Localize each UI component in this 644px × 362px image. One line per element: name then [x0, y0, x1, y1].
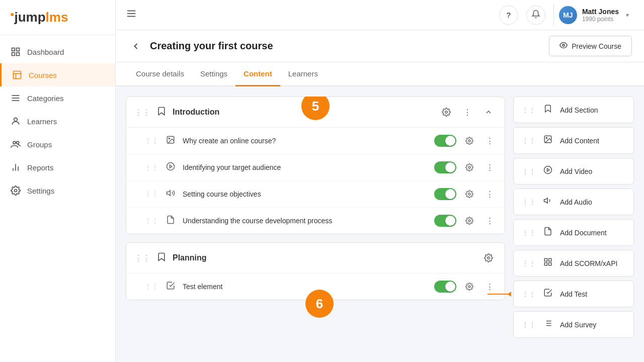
- section-planning-drag[interactable]: ⋮⋮: [134, 253, 150, 263]
- add-scorm-drag-icon: ⋮⋮: [522, 259, 536, 267]
- item-1-image-icon: [165, 135, 177, 146]
- svg-marker-37: [544, 198, 548, 204]
- add-section-drag-icon: ⋮⋮: [522, 106, 536, 114]
- item-3-more[interactable]: ⋮: [482, 187, 497, 201]
- dashboard-icon: [10, 46, 21, 57]
- add-document-file-icon: [542, 227, 554, 238]
- item-3-drag[interactable]: ⋮⋮: [144, 190, 158, 198]
- add-section-bookmark-icon: [542, 104, 554, 116]
- add-scorm-button[interactable]: ⋮⋮ Add SCORM/xAPI: [513, 250, 634, 277]
- section-introduction-more[interactable]: ⋮: [459, 104, 475, 120]
- item-5-test-icon: [165, 281, 177, 292]
- section-introduction-gear[interactable]: [438, 104, 454, 120]
- svg-rect-0: [12, 48, 15, 51]
- item-3-toggle[interactable]: [434, 188, 456, 200]
- item-2-drag[interactable]: ⋮⋮: [144, 163, 158, 171]
- add-section-label: Add Section: [560, 106, 598, 114]
- content-item-2: ⋮⋮ Identifying your target audience ⋮: [126, 154, 505, 181]
- sidebar-item-categories[interactable]: Categories: [0, 86, 115, 110]
- add-survey-drag-icon: ⋮⋮: [522, 321, 536, 329]
- item-2-more[interactable]: ⋮: [482, 160, 497, 174]
- help-button[interactable]: ?: [499, 6, 518, 25]
- reports-icon: [10, 162, 21, 173]
- add-test-button[interactable]: ⋮⋮ Add Test: [513, 281, 634, 307]
- add-content-button[interactable]: ⋮⋮ Add Content: [513, 127, 634, 154]
- item-4-title: Understanding the course development pro…: [183, 217, 428, 225]
- item-3-audio-icon: [165, 189, 177, 200]
- item-2-gear[interactable]: [462, 160, 476, 174]
- add-content-drag-icon: ⋮⋮: [522, 137, 536, 145]
- svg-marker-28: [167, 191, 171, 196]
- section-planning-gear[interactable]: [480, 250, 497, 266]
- add-video-play-icon: [542, 165, 554, 177]
- add-document-button[interactable]: ⋮⋮ Add Document: [513, 219, 634, 246]
- sidebar-item-courses[interactable]: Courses: [0, 63, 115, 86]
- item-4-toggle[interactable]: [434, 215, 456, 227]
- section-planning-items: ⋮⋮ Test element 6 ⋮: [126, 273, 505, 300]
- add-audio-button[interactable]: ⋮⋮ Add Audio: [513, 189, 634, 215]
- badge6-arrow: [488, 292, 511, 297]
- tutorial-badge-6-row: 6: [305, 290, 334, 318]
- chevron-down-icon: ▾: [626, 12, 629, 19]
- add-survey-label: Add Survey: [560, 321, 596, 329]
- add-section-button[interactable]: ⋮⋮ Add Section: [513, 97, 634, 123]
- add-content-label: Add Content: [560, 137, 599, 145]
- tab-learners[interactable]: Learners: [280, 62, 326, 86]
- add-survey-button[interactable]: ⋮⋮ Add Survey: [513, 311, 634, 338]
- item-5-drag[interactable]: ⋮⋮: [144, 283, 158, 291]
- section-introduction-collapse[interactable]: [480, 104, 497, 120]
- item-5-gear[interactable]: [462, 280, 476, 294]
- item-2-video-icon: [165, 162, 177, 173]
- preview-course-button[interactable]: Preview Course: [549, 36, 632, 56]
- sidebar-item-settings[interactable]: Settings: [0, 179, 115, 202]
- item-4-drag[interactable]: ⋮⋮: [144, 217, 158, 225]
- notification-button[interactable]: [526, 6, 545, 25]
- item-1-drag[interactable]: ⋮⋮: [144, 137, 158, 145]
- svg-rect-39: [549, 258, 551, 261]
- add-survey-list-icon: [542, 319, 554, 330]
- item-4-gear[interactable]: [462, 214, 476, 228]
- item-5-toggle[interactable]: [434, 281, 456, 293]
- add-video-drag-icon: ⋮⋮: [522, 167, 536, 175]
- topbar: ? MJ Matt Jones 1990 points ▾: [116, 0, 644, 30]
- hamburger-button[interactable]: [126, 8, 137, 22]
- back-button[interactable]: [128, 38, 144, 54]
- item-1-toggle[interactable]: [434, 135, 456, 147]
- sidebar-item-dashboard[interactable]: Dashboard: [0, 40, 115, 63]
- svg-rect-1: [17, 48, 20, 51]
- section-drag-handle[interactable]: ⋮⋮: [134, 108, 150, 117]
- item-1-gear[interactable]: [462, 134, 476, 148]
- section-planning-actions: 6: [480, 250, 497, 266]
- content-item-4: ⋮⋮ Understanding the course development …: [126, 208, 505, 234]
- item-2-title: Identifying your target audience: [183, 163, 428, 171]
- svg-rect-41: [549, 263, 551, 265]
- user-menu[interactable]: MJ Matt Jones 1990 points ▾: [553, 4, 634, 26]
- sidebar: ●jumplms Dashboard Courses Categories: [0, 0, 116, 362]
- sidebar-item-settings-label: Settings: [27, 187, 54, 195]
- sidebar-item-reports[interactable]: Reports: [0, 156, 115, 179]
- item-2-toggle[interactable]: [434, 161, 456, 173]
- tabs: Course details Settings Content Learners: [116, 62, 644, 86]
- user-points: 1990 points: [582, 16, 619, 23]
- sidebar-item-groups[interactable]: Groups: [0, 133, 115, 156]
- add-scorm-grid-icon: [542, 257, 554, 269]
- item-4-more[interactable]: ⋮: [482, 214, 497, 228]
- tab-course-details[interactable]: Course details: [128, 62, 192, 86]
- item-3-gear[interactable]: [462, 187, 476, 201]
- bell-icon: [531, 10, 540, 21]
- user-name: Matt Jones: [582, 8, 619, 16]
- svg-point-21: [445, 111, 448, 114]
- learners-icon: [10, 116, 21, 127]
- svg-point-12: [17, 141, 19, 144]
- content-area: 5 ⋮⋮ Introduction ⋮: [116, 86, 644, 362]
- svg-point-16: [15, 190, 17, 192]
- svg-point-27: [468, 166, 470, 168]
- tab-content[interactable]: Content: [235, 62, 280, 86]
- sidebar-item-learners[interactable]: Learners: [0, 110, 115, 133]
- item-1-more[interactable]: ⋮: [482, 134, 497, 148]
- tab-settings[interactable]: Settings: [192, 62, 235, 86]
- svg-point-31: [488, 257, 490, 259]
- item-5-title: Test element: [183, 283, 428, 291]
- svg-point-11: [13, 141, 16, 144]
- add-video-button[interactable]: ⋮⋮ Add Video: [513, 158, 634, 185]
